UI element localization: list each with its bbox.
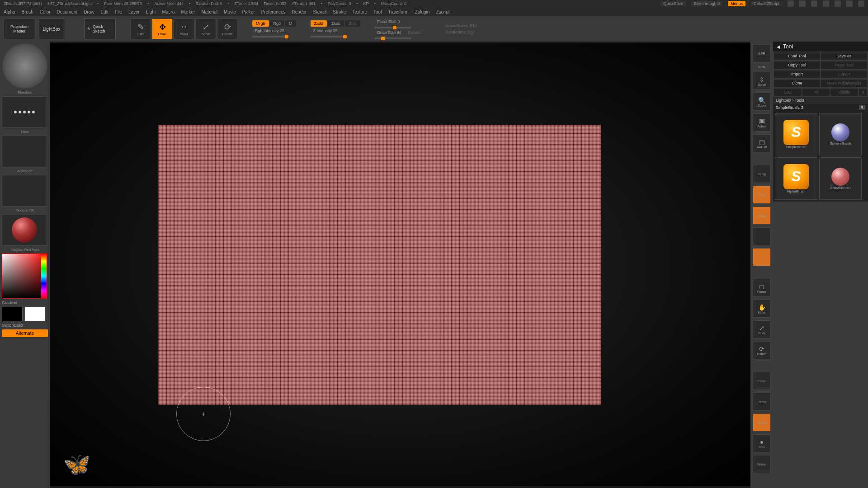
menu-material[interactable]: Material <box>202 9 218 14</box>
titlebar-icon-4[interactable] <box>823 0 829 7</box>
ghost-button[interactable]: Ghost <box>753 413 771 432</box>
persp-button[interactable]: Persp <box>753 165 771 183</box>
quicksave-button[interactable]: QuickSave <box>660 1 686 6</box>
menu-transform[interactable]: Transform <box>388 9 408 14</box>
menu-draw[interactable]: Draw <box>84 9 94 14</box>
brush-preview[interactable] <box>2 43 47 89</box>
frame-button[interactable]: ◻Frame <box>753 279 771 297</box>
color-picker[interactable] <box>2 253 47 299</box>
thumb-spherebrush[interactable]: SphereBrush <box>819 113 862 155</box>
titlebar-icon-3[interactable] <box>811 0 817 7</box>
transp-button[interactable]: Transp <box>753 393 771 411</box>
menu-document[interactable]: Document <box>57 9 78 14</box>
m-button[interactable]: M <box>285 20 296 27</box>
dynamic-label[interactable]: Dynamic <box>405 29 426 36</box>
menu-marker[interactable]: Marker <box>181 9 195 14</box>
titlebar-icon-2[interactable] <box>799 0 806 7</box>
save-as-button[interactable]: Save As <box>821 52 867 60</box>
goz-all-button[interactable]: All <box>802 89 830 96</box>
scroll-button[interactable]: ⇕Scroll <box>753 72 771 90</box>
export-button[interactable]: Export <box>821 70 867 78</box>
lconst-button[interactable] <box>753 227 771 245</box>
bpr-button[interactable]: BPR <box>753 44 771 62</box>
seethrough-button[interactable]: See-through 0 <box>691 1 722 6</box>
menu-alpha[interactable]: Alpha <box>4 9 15 14</box>
z-intensity-slider[interactable] <box>311 36 347 38</box>
menu-texture[interactable]: Texture <box>352 9 367 14</box>
menu-zplugin[interactable]: Zplugin <box>415 9 430 14</box>
edit-button[interactable]: ✎Edit <box>130 19 151 39</box>
rgb-intensity-slider[interactable] <box>252 36 288 38</box>
mrgb-button[interactable]: Mrgb <box>252 20 269 27</box>
menu-stencil[interactable]: Stencil <box>313 9 326 14</box>
focal-shift-slider[interactable] <box>375 27 411 28</box>
menu-tool[interactable]: Tool <box>373 9 382 14</box>
texture-preview[interactable] <box>2 175 47 206</box>
menu-zscript[interactable]: Zscript <box>436 9 449 14</box>
menus-button[interactable]: Menus <box>728 1 745 6</box>
goz-button[interactable]: GoZ <box>774 89 802 96</box>
actual-button[interactable]: ▣Actual <box>753 113 771 131</box>
menu-movie[interactable]: Movie <box>224 9 236 14</box>
tool-panel-header[interactable]: ◀ Tool <box>773 42 868 52</box>
menu-macro[interactable]: Macro <box>162 9 175 14</box>
copy-tool-button[interactable]: Copy Tool <box>774 61 820 69</box>
menu-file[interactable]: File <box>115 9 122 14</box>
rotate-button[interactable]: ⟳Rotate <box>217 19 238 39</box>
paste-tool-button[interactable]: Paste Tool <box>821 61 867 69</box>
menu-color[interactable]: Color <box>40 9 51 14</box>
floor-button[interactable]: Floor <box>753 186 771 204</box>
import-button[interactable]: Import <box>774 70 820 78</box>
zsub-button[interactable]: Zsub <box>328 20 344 27</box>
zcut-button[interactable]: Zcut <box>345 20 360 27</box>
alpha-preview[interactable] <box>2 136 47 167</box>
load-tool-button[interactable]: Load Tool <box>774 52 820 60</box>
menu-preferences[interactable]: Preferences <box>261 9 286 14</box>
lsym-button[interactable] <box>753 248 771 266</box>
primary-color-swatch[interactable] <box>24 307 45 321</box>
scale-button[interactable]: ⤢Scale <box>195 19 216 39</box>
make-polymesh-button[interactable]: Make PolyMesh3D <box>821 80 867 87</box>
move-nav-button[interactable]: ✋Move <box>753 300 771 318</box>
projection-master-button[interactable]: Projection Master <box>4 19 35 39</box>
rgb-button[interactable]: Rgb <box>270 20 285 27</box>
thumb-alphabrush[interactable]: SAlphaBrush <box>775 157 817 200</box>
quick-sketch-button[interactable]: ✎ Quick Sketch <box>84 19 116 39</box>
draw-button[interactable]: ✥Draw <box>152 19 173 39</box>
zoom-button[interactable]: 🔍Zoom <box>753 93 771 111</box>
xpose-button[interactable]: Xpose <box>753 455 771 473</box>
menu-render[interactable]: Render <box>292 9 307 14</box>
scale-nav-button[interactable]: ⤢Scale <box>753 320 771 338</box>
viewport-canvas[interactable]: 🦋 <box>50 43 750 486</box>
current-tool-row[interactable]: SimpleBrush. 2 R <box>773 104 868 111</box>
zadd-button[interactable]: Zadd <box>311 20 327 27</box>
secondary-color-swatch[interactable] <box>2 307 23 321</box>
lightbox-tools-label[interactable]: Lightbox › Tools <box>773 97 868 104</box>
thumb-eraserbrush[interactable]: EraserBrush <box>819 157 862 200</box>
draw-size-slider[interactable] <box>375 38 411 39</box>
menu-picker[interactable]: Picker <box>242 9 255 14</box>
switch-color-button[interactable]: SwitchColor <box>2 323 48 328</box>
goz-visible-button[interactable]: Visible <box>830 89 858 96</box>
polyf-button[interactable]: PolyF <box>753 372 771 390</box>
local-button[interactable]: Local <box>753 206 771 225</box>
menu-stroke[interactable]: Stroke <box>333 9 346 14</box>
lightbox-button[interactable]: LightBox <box>38 19 65 39</box>
stroke-preview[interactable] <box>2 96 47 128</box>
aahalf-button[interactable]: ▤AAHalf <box>753 134 771 152</box>
titlebar-icon-1[interactable] <box>788 0 794 7</box>
move-button[interactable]: ↔Move <box>174 19 194 39</box>
clone-button[interactable]: Clone <box>774 80 820 87</box>
alternate-button[interactable]: Alternate <box>2 329 48 337</box>
solo-button[interactable]: ●Solo <box>753 434 771 452</box>
rotate-nav-button[interactable]: ⟳Rotate <box>753 341 771 359</box>
gradient-label[interactable]: Gradient <box>2 300 48 305</box>
menu-brush[interactable]: Brush <box>22 9 33 14</box>
menu-edit[interactable]: Edit <box>101 9 108 14</box>
material-preview[interactable] <box>2 214 47 246</box>
maximize-icon[interactable] <box>846 0 853 7</box>
menu-layer[interactable]: Layer <box>128 9 140 14</box>
thumb-simplebrush[interactable]: SSimpleBrush <box>775 113 817 155</box>
hue-strip[interactable] <box>41 254 47 298</box>
close-icon[interactable] <box>858 0 864 7</box>
